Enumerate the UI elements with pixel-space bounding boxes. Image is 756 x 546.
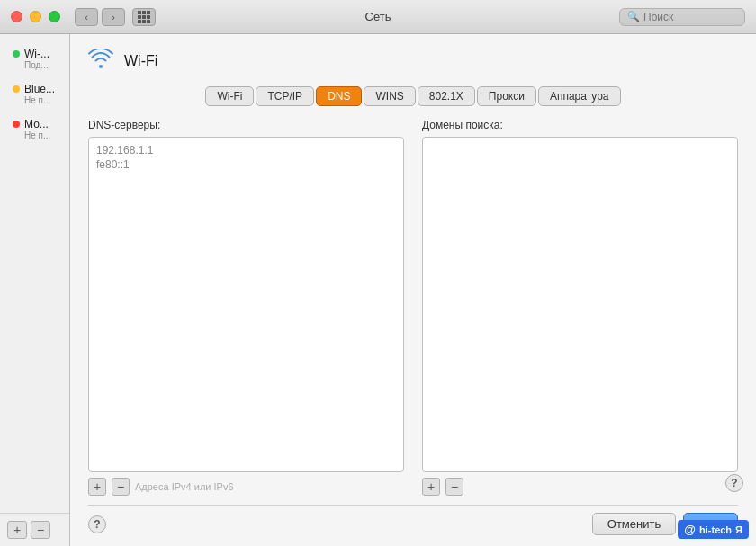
watermark: @ hi-tech Я bbox=[678, 520, 749, 539]
tab-dns[interactable]: DNS bbox=[316, 86, 362, 106]
sidebar-item-modem-name: Мо... bbox=[24, 118, 49, 130]
dns-servers-box[interactable]: 192.168.1.1 fe80::1 bbox=[88, 137, 404, 472]
back-button[interactable]: ‹ bbox=[75, 8, 98, 26]
dns-domains-box[interactable] bbox=[422, 137, 738, 472]
window-title: Сеть bbox=[365, 10, 392, 23]
maximize-button[interactable] bbox=[49, 11, 60, 22]
main-layout: Wi-... Под... Blue... Не п... Мо... Не п… bbox=[0, 34, 756, 546]
dns-content: DNS-серверы: 192.168.1.1 fe80::1 + − Адр… bbox=[88, 119, 738, 496]
tab-8021x[interactable]: 802.1X bbox=[418, 86, 475, 106]
dns-entry-1: fe80::1 bbox=[94, 157, 398, 172]
domains-remove-button[interactable]: − bbox=[446, 478, 464, 496]
panel-title: Wi-Fi bbox=[124, 53, 158, 69]
titlebar: ‹ › Сеть 🔍 bbox=[0, 0, 756, 34]
tab-tcpip[interactable]: TCP/IP bbox=[256, 86, 314, 106]
sidebar-item-wifi-header: Wi-... bbox=[13, 48, 57, 60]
sidebar-item-wifi-name: Wi-... bbox=[24, 48, 50, 60]
sidebar-item-modem-sub: Не п... bbox=[24, 130, 57, 140]
bottom-bar: ? Отменить OK bbox=[88, 505, 738, 535]
tab-wifi[interactable]: Wi-Fi bbox=[205, 86, 254, 106]
watermark-icon: @ bbox=[684, 523, 696, 536]
sidebar-item-wifi-sub: Под... bbox=[24, 60, 57, 70]
tabs-bar: Wi-Fi TCP/IP DNS WINS 802.1X Прокси Аппа… bbox=[88, 86, 738, 106]
cancel-button[interactable]: Отменить bbox=[592, 513, 676, 535]
dns-remove-button[interactable]: − bbox=[112, 478, 130, 496]
search-input[interactable] bbox=[644, 11, 734, 23]
wifi-icon bbox=[88, 49, 113, 74]
tab-wins[interactable]: WINS bbox=[364, 86, 415, 106]
tab-proxy[interactable]: Прокси bbox=[477, 86, 536, 106]
dns-servers-column: DNS-серверы: 192.168.1.1 fe80::1 + − Адр… bbox=[88, 119, 404, 496]
search-box[interactable]: 🔍 bbox=[619, 8, 745, 26]
sidebar-item-bluetooth-header: Blue... bbox=[13, 83, 57, 95]
help-button[interactable]: ? bbox=[88, 515, 106, 533]
dns-domains-bottom: + − bbox=[422, 478, 738, 496]
dns-servers-label: DNS-серверы: bbox=[88, 119, 404, 131]
sidebar: Wi-... Под... Blue... Не п... Мо... Не п… bbox=[0, 34, 70, 546]
content-area: Wi-Fi Wi-Fi TCP/IP DNS WINS 802.1X Прокс… bbox=[70, 34, 756, 546]
dns-domains-label: Домены поиска: bbox=[422, 119, 738, 131]
search-icon: 🔍 bbox=[627, 11, 640, 22]
sidebar-item-bluetooth-name: Blue... bbox=[24, 83, 55, 95]
dns-add-button[interactable]: + bbox=[88, 478, 106, 496]
grid-icon bbox=[138, 11, 150, 23]
sidebar-bottom: + − bbox=[0, 513, 69, 546]
forward-button[interactable]: › bbox=[102, 8, 125, 26]
close-button[interactable] bbox=[11, 11, 22, 22]
dns-servers-bottom: + − Адреса IPv4 или IPv6 bbox=[88, 478, 404, 496]
panel-help-button[interactable]: ? bbox=[725, 474, 743, 492]
sidebar-add-button[interactable]: + bbox=[7, 521, 27, 539]
sidebar-item-bluetooth[interactable]: Blue... Не п... bbox=[4, 77, 66, 111]
panel-header: Wi-Fi bbox=[88, 49, 738, 74]
minimize-button[interactable] bbox=[30, 11, 41, 22]
status-dot-bluetooth bbox=[13, 85, 20, 93]
tab-hardware[interactable]: Аппаратура bbox=[538, 86, 621, 106]
dns-entry-0: 192.168.1.1 bbox=[94, 143, 398, 157]
window-controls bbox=[11, 11, 60, 22]
watermark-badge: Я bbox=[735, 524, 742, 535]
sidebar-item-modem[interactable]: Мо... Не п... bbox=[4, 112, 66, 146]
watermark-text: hi-tech bbox=[699, 524, 732, 535]
dns-hint: Адреса IPv4 или IPv6 bbox=[135, 481, 234, 492]
nav-controls: ‹ › bbox=[75, 8, 156, 26]
sidebar-item-bluetooth-sub: Не п... bbox=[24, 95, 57, 105]
dns-domains-column: Домены поиска: + − bbox=[422, 119, 738, 496]
sidebar-remove-button[interactable]: − bbox=[31, 521, 50, 539]
sidebar-item-modem-header: Мо... bbox=[13, 118, 57, 130]
status-dot-wifi bbox=[13, 50, 20, 58]
grid-button[interactable] bbox=[132, 8, 156, 26]
domains-add-button[interactable]: + bbox=[422, 478, 440, 496]
status-dot-modem bbox=[13, 121, 20, 128]
sidebar-item-wifi[interactable]: Wi-... Под... bbox=[4, 42, 66, 76]
